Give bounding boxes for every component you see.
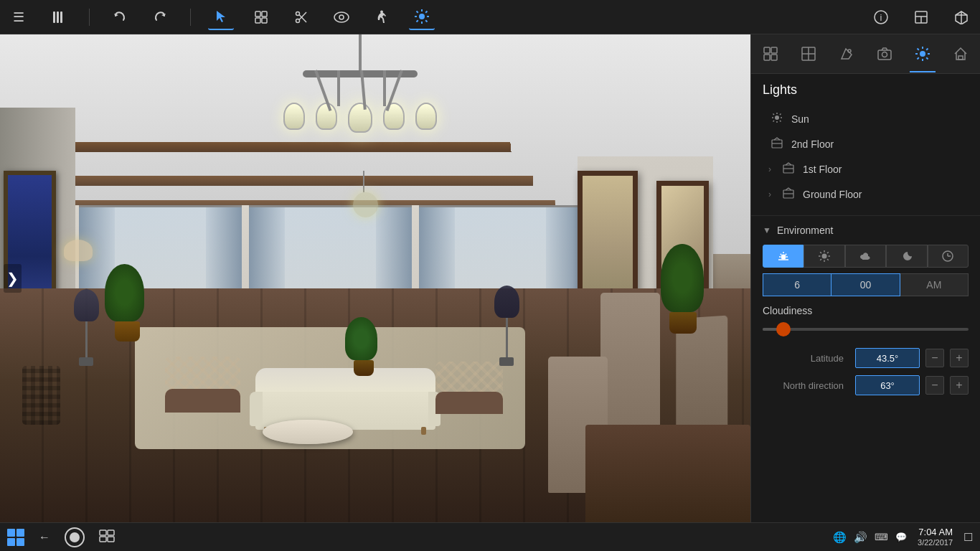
svg-rect-83 <box>100 537 106 542</box>
left-lamp <box>75 289 98 366</box>
panel-materials-icon[interactable] <box>834 41 859 67</box>
svg-rect-5 <box>262 11 267 17</box>
north-direction-plus-button[interactable]: + <box>950 376 969 395</box>
undo-button[interactable] <box>107 4 133 30</box>
environment-title: Environment <box>777 225 834 236</box>
ampm-input[interactable]: AM <box>900 273 969 296</box>
svg-line-21 <box>425 20 427 22</box>
panel-camera-icon[interactable] <box>872 41 897 67</box>
chandelier <box>288 34 432 133</box>
panel-icons-bar <box>751 34 980 74</box>
light-item-1st-floor[interactable]: › 1st Floor <box>763 156 969 182</box>
svg-line-57 <box>773 114 775 116</box>
left-nav-arrow[interactable]: ❯ <box>4 264 22 293</box>
environment-header[interactable]: ▼ Environment <box>763 225 969 236</box>
svg-line-58 <box>780 121 781 122</box>
panel-scroll-content: Lights Sun 2nd Floor › <box>751 74 980 522</box>
notification-icon[interactable]: 💬 <box>895 532 907 542</box>
svg-rect-35 <box>771 55 777 60</box>
clock-button[interactable] <box>928 245 969 268</box>
svg-rect-33 <box>771 47 777 53</box>
cube-button[interactable] <box>948 4 974 30</box>
sunrise-button[interactable] <box>763 245 804 268</box>
network-icon[interactable]: 🌐 <box>833 531 847 544</box>
latitude-plus-button[interactable]: + <box>950 349 969 367</box>
action-center-icon[interactable]: ☐ <box>963 531 973 544</box>
redo-button[interactable] <box>147 4 173 30</box>
svg-point-42 <box>920 51 925 57</box>
objects-button[interactable] <box>248 4 274 30</box>
cortana-button[interactable] <box>65 527 85 547</box>
windows-start-button[interactable] <box>7 529 24 546</box>
clock-time: 7:04 AM <box>918 527 953 538</box>
1st-floor-label: 1st Floor <box>803 164 842 175</box>
2nd-floor-label: 2nd Floor <box>791 138 834 150</box>
plant-left <box>105 264 150 400</box>
info-button[interactable]: i <box>868 4 894 30</box>
environment-section: ▼ Environment <box>751 215 980 411</box>
system-icons: 🌐 🔊 ⌨ 💬 <box>833 531 907 544</box>
status-bar: ← 🌐 🔊 ⌨ 💬 7:04 AM 3/22/2017 ☐ <box>0 522 980 551</box>
armchair-left <box>165 357 240 425</box>
svg-line-74 <box>820 252 821 253</box>
time-inputs: 6 00 AM <box>763 273 969 296</box>
latitude-label: Latitude <box>763 353 844 364</box>
right-panel: Lights Sun 2nd Floor › <box>750 34 980 522</box>
select-button[interactable] <box>208 4 234 30</box>
layout-button[interactable] <box>908 4 934 30</box>
light-item-ground-floor[interactable]: › Ground Floor <box>763 182 969 207</box>
svg-rect-7 <box>262 18 267 23</box>
sunny-button[interactable] <box>804 245 844 268</box>
north-direction-label: North direction <box>763 380 844 391</box>
panel-home-icon[interactable] <box>948 41 974 67</box>
svg-line-23 <box>417 20 418 22</box>
volume-icon[interactable]: 🔊 <box>854 531 867 544</box>
task-view-button[interactable] <box>99 529 115 545</box>
view-button[interactable] <box>329 4 354 30</box>
svg-line-77 <box>820 259 821 260</box>
svg-rect-2 <box>60 11 62 23</box>
walk-button[interactable] <box>369 4 395 30</box>
latitude-input[interactable]: 43.5° <box>855 348 920 368</box>
1st-floor-icon <box>783 162 794 176</box>
north-direction-minus-button[interactable]: − <box>925 376 944 395</box>
keyboard-icon[interactable]: ⌨ <box>875 532 888 542</box>
lights-title: Lights <box>763 83 969 98</box>
plant-right <box>661 244 706 415</box>
ground-floor-label: Ground Floor <box>803 189 862 200</box>
library-button[interactable] <box>46 4 72 30</box>
north-direction-row: North direction 63° − + <box>763 375 969 395</box>
menu-button[interactable]: ☰ <box>6 4 32 30</box>
pendant-light <box>353 171 375 195</box>
svg-point-15 <box>419 14 425 19</box>
armchair-right <box>435 362 503 425</box>
viewport[interactable]: ❯ <box>0 34 750 522</box>
cloudy-button[interactable] <box>845 245 886 268</box>
night-button[interactable] <box>886 245 927 268</box>
light-item-2nd-floor[interactable]: 2nd Floor <box>763 131 969 156</box>
svg-point-12 <box>334 12 349 22</box>
wall-lamp <box>64 240 86 288</box>
minute-input[interactable]: 00 <box>831 273 900 296</box>
taskbar-back-button[interactable]: ← <box>39 531 50 544</box>
latitude-minus-button[interactable]: − <box>925 349 944 367</box>
svg-line-20 <box>417 11 418 12</box>
north-direction-input[interactable]: 63° <box>855 375 920 395</box>
2nd-floor-icon <box>771 137 783 151</box>
svg-point-13 <box>339 15 344 19</box>
lights-section: Lights Sun 2nd Floor › <box>751 74 980 215</box>
panel-rooms-icon[interactable] <box>796 41 821 67</box>
clock-date: 3/22/2017 <box>918 538 953 547</box>
divider-2 <box>190 9 191 26</box>
svg-rect-0 <box>53 11 55 23</box>
cloudiness-slider[interactable] <box>763 322 969 336</box>
beam-2 <box>45 176 533 186</box>
svg-line-22 <box>425 11 427 12</box>
svg-line-48 <box>926 57 928 59</box>
panel-lights-icon[interactable] <box>910 41 936 67</box>
light-item-sun[interactable]: Sun <box>763 106 969 131</box>
scissors-button[interactable] <box>288 4 314 30</box>
panel-objects-icon[interactable] <box>758 41 783 67</box>
sun-button[interactable] <box>409 4 435 30</box>
hour-input[interactable]: 6 <box>763 273 831 296</box>
